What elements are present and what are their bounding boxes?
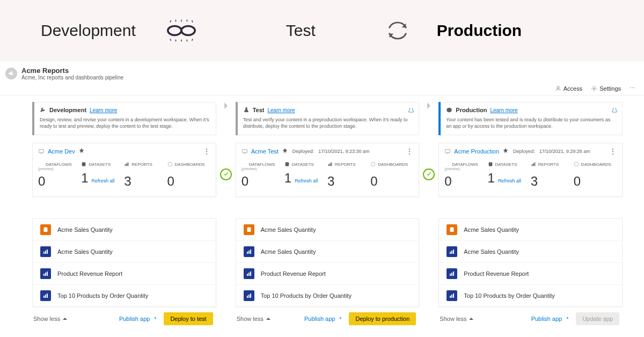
list-item[interactable]: Top 10 Products by Order Quantity — [439, 284, 622, 306]
show-less-link[interactable]: Show less — [440, 316, 474, 322]
deploy-to-test-button[interactable]: Deploy to test — [164, 312, 213, 325]
svg-rect-19 — [128, 163, 129, 166]
dataset-icon — [244, 224, 254, 235]
dashboards-count: 0 — [370, 174, 413, 189]
rocket-icon — [5, 68, 17, 79]
workspace-icon — [241, 148, 248, 155]
list-item[interactable]: Product Revenue Report — [439, 262, 622, 284]
item-label: Top 10 Products by Order Quantity — [261, 292, 352, 299]
list-item[interactable]: Acme Sales Quantity — [33, 219, 216, 240]
svg-rect-22 — [45, 227, 47, 228]
svg-rect-25 — [47, 250, 48, 254]
reports-label: REPORTS — [335, 162, 356, 167]
stage-dev-learn-more[interactable]: Learn more — [90, 107, 117, 113]
publish-app-link[interactable]: Publish app — [531, 316, 570, 322]
deployed-label: Deployed: — [513, 149, 535, 154]
stage-test-settings-icon[interactable] — [408, 106, 414, 115]
report-icon — [244, 246, 254, 257]
dataflows-label: DATAFLOWS — [452, 162, 478, 167]
svg-rect-31 — [47, 294, 48, 298]
workspace-dev-link[interactable]: Acme Dev — [48, 148, 75, 155]
update-app-button[interactable]: Update app — [576, 312, 619, 325]
item-label: Acme Sales Quantity — [57, 226, 113, 233]
access-button[interactable]: Access — [555, 85, 582, 92]
datasets-icon — [488, 162, 493, 167]
workspace-icon — [444, 148, 451, 155]
svg-rect-29 — [43, 296, 45, 298]
stage-prod: Production Learn more Your content has b… — [438, 102, 623, 135]
list-item[interactable]: Acme Sales Quantity — [236, 240, 419, 262]
reports-icon — [124, 162, 129, 167]
publish-app-link[interactable]: Publish app — [119, 316, 158, 322]
chevron-up-icon — [266, 316, 271, 321]
list-item[interactable]: Acme Sales Quantity — [236, 219, 419, 240]
card-menu[interactable]: ⋮ — [609, 150, 617, 152]
premium-icon — [502, 148, 509, 155]
publish-app-link[interactable]: Publish app — [304, 316, 343, 322]
refresh-all-link[interactable]: Refresh all — [295, 178, 318, 184]
item-label: Acme Sales Quantity — [464, 248, 519, 255]
counts-row: DATAFLOWS (preview) 0 DATASETS 1Refresh … — [33, 159, 216, 196]
svg-rect-41 — [247, 252, 248, 254]
workspace-test-link[interactable]: Acme Test — [251, 148, 279, 155]
card-menu[interactable]: ⋮ — [406, 150, 413, 152]
item-label: Product Revenue Report — [57, 270, 122, 277]
list-item[interactable]: Top 10 Products by Order Quantity — [33, 284, 216, 306]
list-item[interactable]: Product Revenue Report — [236, 262, 419, 284]
items-list-test: Acme Sales QuantityAcme Sales QuantityPr… — [236, 218, 420, 307]
svg-line-11 — [192, 39, 192, 41]
settings-button[interactable]: Settings — [591, 85, 621, 92]
svg-rect-32 — [242, 150, 247, 153]
svg-rect-67 — [453, 294, 454, 298]
refresh-cycle-icon — [385, 18, 410, 43]
list-item[interactable]: Acme Sales Quantity — [439, 219, 622, 240]
svg-rect-39 — [247, 228, 251, 232]
item-label: Product Revenue Report — [464, 270, 529, 277]
workspace-prod-link[interactable]: Acme Production — [454, 148, 499, 155]
show-less-link[interactable]: Show less — [33, 316, 68, 322]
stage-dev: Development Learn more Design, review, a… — [32, 102, 216, 135]
svg-rect-64 — [453, 272, 454, 276]
list-item[interactable]: Acme Sales Quantity — [33, 240, 216, 262]
svg-rect-60 — [451, 251, 452, 254]
svg-rect-26 — [43, 274, 45, 276]
card-menu[interactable]: ⋮ — [203, 150, 210, 152]
refresh-all-link[interactable]: Refresh all — [498, 178, 521, 184]
workspace-dev: Acme Dev ⋮ DATAFLOWS (preview) 0 DATASET… — [32, 143, 216, 328]
datasets-label: DATASETS — [89, 162, 111, 167]
svg-rect-18 — [127, 164, 128, 166]
svg-rect-62 — [450, 274, 451, 276]
svg-rect-57 — [450, 228, 454, 232]
svg-rect-14 — [39, 150, 44, 153]
svg-rect-42 — [248, 251, 250, 254]
more-menu[interactable]: ⋯ — [630, 85, 636, 92]
sync-ok-badge — [423, 169, 435, 180]
open-icon — [337, 316, 342, 321]
open-icon — [564, 316, 569, 321]
chevron-up-icon — [469, 316, 474, 321]
list-item[interactable]: Acme Sales Quantity — [439, 240, 622, 262]
deploy-to-production-button[interactable]: Deploy to production — [349, 312, 416, 325]
footer-dev: Show less Publish app Deploy to test — [32, 307, 216, 328]
datasets-label: DATASETS — [292, 162, 314, 167]
stage-test-learn-more[interactable]: Learn more — [267, 107, 295, 113]
datasets-count: 1 — [284, 171, 291, 185]
reports-icon — [531, 162, 536, 167]
svg-rect-46 — [250, 272, 251, 276]
report-icon — [40, 290, 51, 301]
svg-rect-59 — [450, 252, 451, 254]
item-label: Top 10 Products by Order Quantity — [464, 292, 554, 299]
list-item[interactable]: Product Revenue Report — [33, 262, 216, 284]
premium-icon — [78, 148, 85, 155]
svg-point-13 — [594, 87, 595, 89]
svg-rect-63 — [451, 273, 452, 276]
stage-prod-learn-more[interactable]: Learn more — [490, 107, 517, 113]
stage-prod-settings-icon[interactable] — [611, 106, 618, 115]
dataflows-count: 0 — [241, 174, 284, 189]
svg-point-12 — [557, 86, 559, 89]
svg-rect-40 — [248, 227, 250, 228]
list-item[interactable]: Top 10 Products by Order Quantity — [236, 284, 419, 306]
show-less-link[interactable]: Show less — [237, 316, 271, 322]
refresh-all-link[interactable]: Refresh all — [92, 178, 115, 184]
workspace-icon — [38, 148, 45, 155]
